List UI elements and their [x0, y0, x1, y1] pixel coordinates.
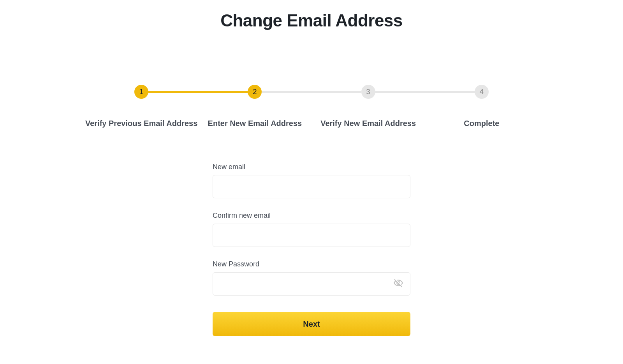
new-email-input[interactable]: [213, 175, 410, 198]
new-email-label: New email: [213, 163, 410, 171]
confirm-email-group: Confirm new email: [213, 212, 410, 247]
confirm-email-input[interactable]: [213, 224, 410, 247]
step-2-label: Enter New Email Address: [208, 119, 302, 128]
step-3-circle: 3: [361, 85, 375, 99]
change-email-form: New email Confirm new email New Password: [213, 163, 410, 336]
step-4-label: Complete: [464, 119, 499, 128]
eye-off-icon[interactable]: [393, 278, 403, 290]
stepper: 1 Verify Previous Email Address 2 Enter …: [85, 85, 539, 128]
new-password-input[interactable]: [213, 272, 410, 296]
step-2-circle: 2: [248, 85, 262, 99]
new-password-label: New Password: [213, 260, 410, 268]
step-4-circle: 4: [475, 85, 489, 99]
step-connector-1-2: [148, 91, 248, 93]
new-password-group: New Password: [213, 260, 410, 296]
step-connector-3-4: [375, 91, 475, 93]
next-button[interactable]: Next: [213, 312, 410, 336]
confirm-email-label: Confirm new email: [213, 212, 410, 220]
step-3-label: Verify New Email Address: [320, 119, 416, 128]
step-connector-2-3: [262, 91, 361, 93]
step-1-circle: 1: [134, 85, 148, 99]
step-1-label: Verify Previous Email Address: [85, 119, 197, 128]
new-email-group: New email: [213, 163, 410, 198]
page-title: Change Email Address: [0, 11, 623, 30]
